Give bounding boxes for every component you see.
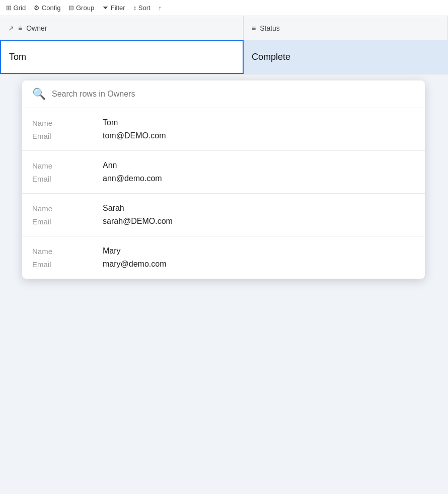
- search-input[interactable]: [52, 90, 415, 99]
- owner-dropdown: 🔍 Name Tom Email tom@DEMO.com Name Ann E…: [22, 80, 425, 279]
- toolbar: ⊞ Grid ⚙ Config ⊟ Group ⏷ Filter ↕ Sort …: [0, 0, 448, 16]
- status-column-header[interactable]: ≡ Status: [244, 16, 448, 40]
- name-value: Ann: [103, 161, 117, 170]
- name-label: Name: [32, 161, 103, 170]
- name-row: Name Mary: [32, 244, 415, 258]
- owner-entry[interactable]: Name Sarah Email sarah@DEMO.com: [22, 194, 425, 236]
- name-value: Sarah: [103, 204, 124, 213]
- owner-list: Name Tom Email tom@DEMO.com Name Ann Ema…: [22, 108, 425, 279]
- search-icon: 🔍: [32, 89, 46, 100]
- email-value: ann@demo.com: [103, 174, 162, 183]
- owner-cell[interactable]: Tom: [0, 40, 244, 74]
- table-header: ↗ ≡ Owner ≡ Status: [0, 16, 448, 40]
- email-row: Email tom@DEMO.com: [32, 129, 415, 142]
- email-label: Email: [32, 217, 103, 226]
- owner-entry[interactable]: Name Tom Email tom@DEMO.com: [22, 108, 425, 151]
- owner-column-label: Owner: [26, 24, 47, 32]
- owner-value: Tom: [9, 52, 26, 62]
- email-value: sarah@DEMO.com: [103, 217, 173, 226]
- sort-icon: ↗: [8, 24, 14, 32]
- table-row[interactable]: Tom Complete: [0, 40, 448, 74]
- email-label: Email: [32, 175, 103, 183]
- status-cell: Complete: [244, 40, 448, 74]
- name-row: Name Ann: [32, 159, 415, 172]
- menu-icon: ≡: [18, 24, 22, 32]
- owner-entry[interactable]: Name Ann Email ann@demo.com: [22, 151, 425, 194]
- name-value: Tom: [103, 118, 118, 127]
- search-bar: 🔍: [22, 80, 425, 108]
- email-value: tom@DEMO.com: [103, 131, 166, 140]
- email-value: mary@demo.com: [103, 260, 167, 269]
- toolbar-config[interactable]: ⚙ Config: [34, 4, 60, 12]
- status-column-label: Status: [260, 24, 280, 32]
- name-label: Name: [32, 204, 103, 213]
- email-row: Email mary@demo.com: [32, 258, 415, 271]
- owner-entry[interactable]: Name Mary Email mary@demo.com: [22, 236, 425, 279]
- owner-column-header[interactable]: ↗ ≡ Owner: [0, 16, 244, 40]
- email-row: Email sarah@DEMO.com: [32, 215, 415, 228]
- email-label: Email: [32, 260, 103, 269]
- toolbar-grid[interactable]: ⊞ Grid: [6, 4, 26, 12]
- email-label: Email: [32, 132, 103, 140]
- toolbar-filter[interactable]: ⏷ Filter: [102, 4, 125, 12]
- name-value: Mary: [103, 246, 121, 256]
- name-label: Name: [32, 247, 103, 256]
- name-row: Name Sarah: [32, 202, 415, 215]
- name-label: Name: [32, 119, 103, 127]
- toolbar-up[interactable]: ↑: [159, 4, 162, 12]
- email-row: Email ann@demo.com: [32, 172, 415, 185]
- toolbar-group[interactable]: ⊟ Group: [68, 4, 94, 12]
- name-row: Name Tom: [32, 116, 415, 129]
- status-value: Complete: [252, 52, 290, 62]
- status-menu-icon: ≡: [252, 24, 256, 32]
- toolbar-sort[interactable]: ↕ Sort: [133, 4, 151, 12]
